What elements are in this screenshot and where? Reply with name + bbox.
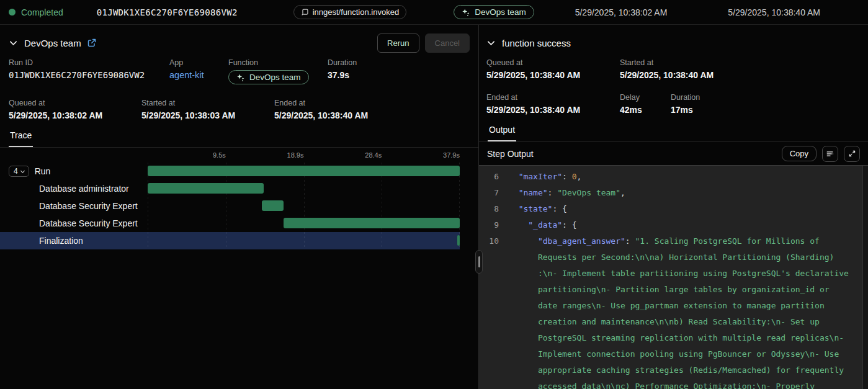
line-number: 10	[479, 233, 509, 389]
queued-timestamp: 5/29/2025, 10:38:02 AM	[575, 7, 668, 17]
axis-tick: 37.9s	[443, 151, 460, 159]
code-line: 7"name": "DevOps team",	[479, 185, 868, 201]
step-output-title: Step Output	[487, 149, 534, 159]
step-detail-panel: function success Queued at 5/29/2025, 10…	[479, 25, 868, 389]
field-ended-at: Ended at 5/29/2025, 10:38:40 AM	[274, 99, 470, 120]
trace-time-axis: 9.5s18.9s28.4s37.9s	[148, 151, 460, 161]
trace-row-label-cell: 4Run	[0, 163, 148, 180]
code-content: "name": "DevOps team",	[509, 185, 637, 201]
trace-span-bar[interactable]	[262, 200, 284, 211]
field-started-at: Started at 5/29/2025, 10:38:03 AM	[141, 99, 274, 120]
app-link[interactable]: agent-kit	[169, 70, 228, 80]
trace-waterfall: 9.5s18.9s28.4s37.9s 4RunDatabase adminis…	[0, 148, 478, 249]
run-id: 01JWDK1XE6C270F6YE69086VW2	[97, 7, 238, 17]
copy-button[interactable]: Copy	[782, 146, 817, 161]
event-badge[interactable]: inngest/function.invoked	[293, 5, 406, 19]
timeline-gridline	[148, 197, 148, 215]
code-content: "dba_agent_answer": "1. Scaling PostgreS…	[509, 233, 860, 389]
function-badge-topbar[interactable]: DevOps team	[454, 5, 534, 19]
ended-timestamp: 5/29/2025, 10:38:40 AM	[728, 7, 820, 17]
line-number: 7	[479, 185, 509, 201]
timeline-gridline	[148, 232, 148, 249]
step-output-code: 6"maxIter": 0,7"name": "DevOps team",8"s…	[479, 165, 868, 389]
field-step-delay: Delay 42ms	[620, 93, 671, 115]
line-number: 9	[479, 217, 509, 233]
run-detail-panel: DevOps team Rerun Cancel Run ID 01JWDK1X…	[0, 25, 479, 389]
step-title: function success	[502, 38, 571, 48]
field-duration: Duration 37.9s	[328, 58, 470, 84]
rerun-button[interactable]: Rerun	[377, 34, 419, 53]
trace-row[interactable]: Database Security Expert	[0, 215, 460, 232]
collapse-step-chevron[interactable]	[486, 38, 496, 48]
event-badge-label: inngest/function.invoked	[313, 7, 399, 17]
trace-step-name: Database Security Expert	[39, 218, 138, 228]
code-scrollbar[interactable]	[862, 166, 868, 389]
timeline-gridline	[382, 197, 382, 215]
field-step-started-at: Started at 5/29/2025, 10:38:40 AM	[620, 58, 859, 80]
function-badge-label: DevOps team	[475, 7, 526, 17]
trace-row[interactable]: 4Run	[0, 163, 460, 180]
field-queued-at: Queued at 5/29/2025, 10:38:02 AM	[9, 99, 141, 120]
status-label: Completed	[21, 7, 63, 17]
tab-output[interactable]: Output	[488, 125, 516, 141]
trace-step-name: Database administrator	[39, 184, 129, 194]
line-number: 6	[479, 169, 509, 185]
trace-span-bar[interactable]	[284, 218, 460, 228]
trace-row-label-cell: Database Security Expert	[0, 197, 148, 215]
timeline-gridline	[226, 215, 226, 232]
step-output-header: Step Output Copy	[479, 142, 868, 165]
trace-row-label-cell: Database administrator	[0, 180, 148, 197]
code-line: 10"dba_agent_answer": "1. Scaling Postgr…	[479, 233, 868, 389]
collapse-run-chevron[interactable]	[9, 38, 18, 48]
axis-tick: 18.9s	[287, 151, 304, 159]
chevron-down-icon	[20, 169, 25, 174]
timeline-gridline	[459, 180, 460, 197]
status-completed-dot	[9, 9, 16, 16]
code-content: "_data": {	[509, 217, 588, 233]
run-title: DevOps team	[24, 38, 81, 48]
trace-row-timeline	[148, 180, 460, 197]
step-count-chip[interactable]: 4	[9, 166, 29, 177]
trace-span-bar[interactable]	[148, 166, 460, 176]
event-icon	[301, 8, 309, 16]
code-line: 6"maxIter": 0,	[479, 169, 868, 185]
sparkles-icon	[462, 8, 470, 17]
field-function: Function DevOps team	[228, 58, 328, 84]
trace-row-timeline	[148, 215, 460, 232]
axis-tick: 9.5s	[213, 151, 226, 159]
trace-row-timeline	[148, 197, 460, 215]
tab-trace[interactable]: Trace	[9, 130, 33, 147]
code-content: "maxIter": 0,	[509, 169, 593, 185]
code-line: 8"state": {	[479, 201, 868, 217]
timeline-gridline	[226, 197, 226, 215]
external-link-icon[interactable]	[87, 38, 96, 47]
run-status-bar: Completed 01JWDK1XE6C270F6YE69086VW2 inn…	[0, 0, 868, 25]
trace-row[interactable]: Database Security Expert	[0, 197, 460, 215]
trace-row-timeline	[148, 232, 460, 249]
trace-row-label-cell: Finalization	[0, 232, 148, 249]
panel-resize-handle[interactable]	[475, 250, 483, 274]
timeline-gridline	[148, 215, 148, 232]
code-line: 9"_data": {	[479, 217, 868, 233]
trace-span-bar[interactable]	[148, 183, 264, 194]
trace-row[interactable]: Database administrator	[0, 180, 460, 197]
field-run-id: Run ID 01JWDK1XE6C270F6YE69086VW2	[9, 58, 169, 84]
cancel-button[interactable]: Cancel	[425, 34, 470, 53]
field-step-queued-at: Queued at 5/29/2025, 10:38:40 AM	[486, 58, 620, 80]
expand-button[interactable]	[844, 146, 860, 162]
timeline-gridline	[382, 180, 382, 197]
trace-span-bar[interactable]	[457, 235, 460, 246]
timeline-gridline	[304, 232, 305, 249]
timeline-gridline	[459, 197, 460, 215]
resize-grip	[478, 256, 480, 267]
trace-row-timeline	[148, 163, 460, 180]
sparkles-icon	[236, 73, 245, 82]
function-badge[interactable]: DevOps team	[228, 70, 309, 84]
timeline-gridline	[226, 232, 226, 249]
trace-row[interactable]: Finalization	[0, 232, 460, 249]
trace-step-name: Database Security Expert	[39, 201, 138, 211]
right-tabs: Output	[479, 125, 868, 142]
left-tabs: Trace	[0, 130, 478, 148]
wrap-text-button[interactable]	[822, 146, 838, 162]
field-step-ended-at: Ended at 5/29/2025, 10:38:40 AM	[486, 93, 620, 115]
